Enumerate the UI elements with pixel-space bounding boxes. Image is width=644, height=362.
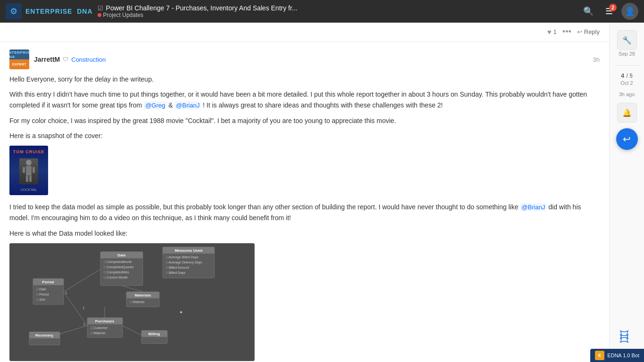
sidebar-tool-section: 🔧 Sep 28 [617,27,637,59]
svg-text:Period: Period [42,280,54,284]
svg-rect-4 [23,167,25,173]
mention-greg[interactable]: @Greg [144,101,166,109]
nav-title-stack: ☑ Power BI Challenge 7 - Purchases, Inve… [98,4,297,18]
svg-text:□ Billed Amount: □ Billed Amount [166,266,189,269]
svg-text:Purchases: Purchases [95,319,115,323]
prev-post-actions: ♥ 1 ••• ↩ Reply [0,23,609,42]
shield-icon: 🛡 [63,56,68,63]
post-body: Hello Everyone, sorry for the delay in t… [9,74,600,361]
tool-button[interactable]: 🔧 [617,30,637,50]
svg-text:□ Material: □ Material [130,300,145,304]
menu-button[interactable]: ☰ 2 [601,3,618,20]
subtitle-text: Project Updates [103,12,143,18]
logo-dna-symbol: ⚙ [10,6,17,16]
edna-bot-avatar: E [595,351,604,360]
nav-right-actions: 🔍 ☰ 2 👤 [580,3,638,20]
arrow-icon: ↩ [623,133,631,145]
like-button[interactable]: ♥ 1 [547,28,557,36]
sidebar: 🔧 Sep 28 4 / 5 Oct 2 3h ago 🔔 ↩ [609,23,644,362]
mention-brianj-1[interactable]: @BrianJ [174,101,201,109]
svg-text:Materials: Materials [135,293,151,297]
post-paragraph-4: Here is a snapshot of the cover: [9,131,600,141]
heart-icon: ♥ [547,28,552,36]
svg-text:□ Average Billed Days: □ Average Billed Days [166,255,198,259]
movie-figure [19,158,38,184]
post-author-avatar: ENTERPRISEDNA EXPERT [9,49,29,69]
movie-name-text: COCKTAIL [21,187,37,192]
page-title: Power BI Challenge 7 - Purchases, Invent… [106,4,297,12]
fab-button[interactable]: ↩ [616,128,638,150]
sidebar-progress: 4 / 5 Oct 2 [620,71,633,86]
nav-subtitle: Project Updates [98,12,297,18]
post-timestamp: 3h [593,56,600,63]
svg-text:□ Average Delivery Days: □ Average Delivery Days [166,261,202,264]
wrench-icon: 🔧 [622,36,632,45]
svg-rect-1 [26,166,32,175]
user-avatar[interactable]: 👤 [621,3,638,20]
post-paragraph-6: Here is what the Data model looked like: [9,228,600,239]
svg-text:1: 1 [83,305,85,310]
svg-text:✦: ✦ [179,310,183,315]
logo-icon: ⚙ [6,3,22,19]
reply-button[interactable]: ↩ Reply [577,28,600,35]
svg-rect-5 [33,167,35,173]
movie-actor-name: TOM CRUISE [13,148,44,155]
data-model-image: Date □ CompletedMonth □ CompletedQuarter… [9,243,255,361]
subscribe-dna-icon [617,329,632,347]
svg-rect-2 [26,175,28,182]
svg-text:□ CompletedMonth: □ CompletedMonth [104,260,132,264]
bell-button[interactable]: 🔔 [617,103,637,123]
reply-label: Reply [584,28,600,35]
main-layout: ♥ 1 ••• ↩ Reply ENTERPRISEDNA EXPERT [0,23,644,362]
svg-text:□ Billed Days: □ Billed Days [166,271,186,275]
svg-text:Measures Used: Measures Used [175,248,203,253]
edna-bot-bar[interactable]: E EDNA 1.0 Bot [590,349,644,362]
reply-icon: ↩ [577,28,582,35]
top-nav: ⚙ ENTERPRISE DNA ☑ Power BI Challenge 7 … [0,0,644,23]
svg-text:□ Sort: □ Sort [36,298,45,301]
svg-point-0 [26,160,32,165]
mention-brianj-2[interactable]: @BrianJ [520,203,546,211]
post-author-name: JarrettM [34,56,60,63]
like-count: 1 [553,28,557,35]
notification-badge: 2 [609,4,617,11]
more-options-button[interactable]: ••• [561,27,573,36]
subtitle-dot [98,13,101,17]
post-paragraph-2: With this entry I didn't have much time … [9,89,600,110]
svg-text:1: 1 [65,290,67,295]
content-area: ♥ 1 ••• ↩ Reply ENTERPRISEDNA EXPERT [0,23,609,362]
edna-bot-label: EDNA 1.0 Bot [607,353,639,358]
avatar-icon: 👤 [625,6,635,16]
bell-icon: 🔔 [622,108,632,117]
post-paragraph-5: I tried to keep the data model as simple… [9,202,600,223]
svg-text:□ CompletedQuarter: □ CompletedQuarter [104,265,134,269]
svg-text:□ Customer: □ Customer [91,326,108,329]
svg-text:□ Material: □ Material [91,331,106,335]
svg-text:□ Period: □ Period [36,293,49,296]
search-icon: 🔍 [583,6,594,16]
post-paragraph-1: Hello Everyone, sorry for the delay in t… [9,74,600,84]
sidebar-date-sep28: Sep 28 [619,51,635,57]
logo-text: ENTERPRISE DNA [25,8,93,15]
svg-text:□ Current Month: □ Current Month [104,276,128,279]
progress-fraction: 4 / 5 [621,71,633,79]
svg-rect-3 [29,175,32,182]
post-author-row: JarrettM 🛡 Construction 3h [34,56,600,63]
movie-cover-image[interactable]: TOM CRUISE COCK [9,146,48,195]
svg-text:Billing: Billing [149,332,160,336]
post-category-link[interactable]: Construction [71,56,106,63]
svg-text:1: 1 [83,322,85,327]
svg-text:Date: Date [117,253,126,257]
svg-text:Receiving: Receiving [35,333,53,337]
post: ENTERPRISEDNA EXPERT JarrettM 🛡 Construc… [0,42,609,362]
nav-title-area: ☑ Power BI Challenge 7 - Purchases, Inve… [98,4,575,18]
sidebar-time-ago: 3h ago [619,91,635,97]
post-paragraph-3: For my color choice, I was inspired by t… [9,115,600,126]
sidebar-date-oct2: Oct 2 [620,80,633,86]
svg-text:□ CompletedWks: □ CompletedWks [104,271,129,274]
post-meta: JarrettM 🛡 Construction 3h [34,56,600,63]
sidebar-divider-1 [615,65,639,66]
logo[interactable]: ⚙ ENTERPRISE DNA [6,3,93,19]
title-checkbox-icon: ☑ [98,5,103,12]
search-button[interactable]: 🔍 [580,3,597,20]
